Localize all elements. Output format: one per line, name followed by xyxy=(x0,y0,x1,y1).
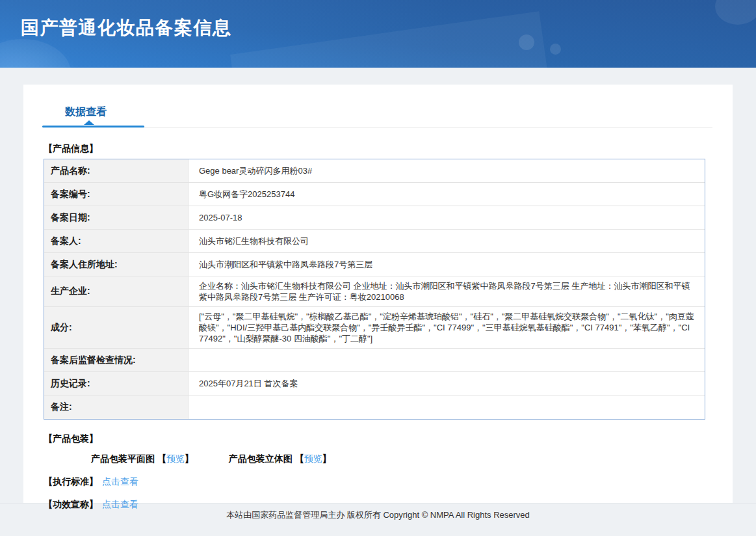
row-value: 2025年07月21日 首次备案 xyxy=(189,372,705,395)
row-registration-date: 备案日期: 2025-07-18 xyxy=(44,206,705,230)
footer-copyright-text: 本站由国家药品监督管理局主办 版权所有 Copyright © NMPA All… xyxy=(226,510,530,520)
row-value xyxy=(189,349,705,371)
page-banner: 国产普通化妆品备案信息 xyxy=(0,0,756,68)
row-label: 备案人: xyxy=(44,230,189,252)
standard-view-link[interactable]: 点击查看 xyxy=(102,476,138,487)
page-title: 国产普通化妆品备案信息 xyxy=(21,16,232,40)
efficacy-label: 【功效宣称】 xyxy=(44,499,98,511)
bracket-open: 【 xyxy=(157,453,166,464)
packaging-flat-preview-link[interactable]: 预览 xyxy=(166,453,185,464)
section-title-product-info: 【产品信息】 xyxy=(44,143,712,155)
row-label: 备案后监督检查情况: xyxy=(44,349,189,371)
tab-rule xyxy=(44,127,712,127)
packaging-stereo-item: 产品包装立体图 【预览】 xyxy=(229,453,332,465)
banner-decoration-shape xyxy=(230,11,550,68)
row-label: 备案日期: xyxy=(44,206,189,229)
packaging-row: 产品包装平面图 【预览】 产品包装立体图 【预览】 xyxy=(44,453,712,465)
row-supervision-check: 备案后监督检查情况: xyxy=(44,349,705,372)
bracket-close: 】 xyxy=(322,453,332,464)
tab-caret-icon xyxy=(84,120,94,125)
row-label: 备案编号: xyxy=(44,183,189,206)
packaging-stereo-preview-link[interactable]: 预览 xyxy=(304,453,322,464)
row-label: 生产企业: xyxy=(44,276,189,306)
packaging-stereo-label: 产品包装立体图 xyxy=(229,453,295,464)
bracket-open: 【 xyxy=(295,453,304,464)
row-label: 历史记录: xyxy=(44,372,189,395)
standard-row: 【执行标准】点击查看 xyxy=(44,476,712,488)
row-value: 企业名称：汕头市铭汇生物科技有限公司 企业地址：汕头市潮阳区和平镇紫中路凤皋路段… xyxy=(189,276,705,306)
tab-active-underline xyxy=(42,126,144,127)
banner-decoration-circle xyxy=(715,0,756,25)
row-registration-number: 备案编号: 粤G妆网备字2025253744 xyxy=(44,183,705,206)
row-value: 汕头市铭汇生物科技有限公司 xyxy=(189,230,705,252)
row-value: Gege bear灵动碎闪多用粉03# xyxy=(189,159,705,182)
row-label: 备注: xyxy=(44,395,189,419)
row-ingredients: 成分: ["云母"，"聚二甲基硅氧烷"，"棕榈酸乙基己酯"，"淀粉辛烯基琥珀酸铝… xyxy=(44,307,705,349)
row-value: 汕头市潮阳区和平镇紫中路凤皋路段7号第三层 xyxy=(189,253,705,276)
packaging-flat-label: 产品包装平面图 xyxy=(91,453,157,464)
row-registrant: 备案人: 汕头市铭汇生物科技有限公司 xyxy=(44,230,705,253)
row-label: 产品名称: xyxy=(44,159,189,182)
row-registrant-address: 备案人住所地址: 汕头市潮阳区和平镇紫中路凤皋路段7号第三层 xyxy=(44,253,705,276)
banner-decoration-circle xyxy=(550,44,561,55)
row-value: 2025-07-18 xyxy=(189,206,705,229)
product-info-table: 产品名称: Gege bear灵动碎闪多用粉03# 备案编号: 粤G妆网备字20… xyxy=(44,159,705,420)
banner-decoration-circle xyxy=(519,34,534,50)
efficacy-view-link[interactable]: 点击查看 xyxy=(102,499,138,509)
row-value: 粤G妆网备字2025253744 xyxy=(189,183,705,206)
row-value xyxy=(189,395,705,419)
standard-label: 【执行标准】 xyxy=(44,476,98,488)
row-value: ["云母"，"聚二甲基硅氧烷"，"棕榈酸乙基己酯"，"淀粉辛烯基琥珀酸铝"，"硅… xyxy=(189,307,705,348)
tab-bar: 数据查看 xyxy=(44,105,712,127)
row-product-name: 产品名称: Gege bear灵动碎闪多用粉03# xyxy=(44,159,705,183)
packaging-flat-item: 产品包装平面图 【预览】 xyxy=(91,453,194,465)
page-body: 数据查看 【产品信息】 产品名称: Gege bear灵动碎闪多用粉03# 备案… xyxy=(0,68,756,503)
row-remarks: 备注: xyxy=(44,395,705,419)
section-title-packaging: 【产品包装】 xyxy=(44,433,712,445)
row-label: 备案人住所地址: xyxy=(44,253,189,276)
row-label: 成分: xyxy=(44,307,189,348)
content-card: 数据查看 【产品信息】 产品名称: Gege bear灵动碎闪多用粉03# 备案… xyxy=(23,85,733,503)
banner-decoration-circle xyxy=(0,39,72,68)
row-manufacturer: 生产企业: 企业名称：汕头市铭汇生物科技有限公司 企业地址：汕头市潮阳区和平镇紫… xyxy=(44,276,705,307)
bracket-close: 】 xyxy=(185,453,194,464)
row-history: 历史记录: 2025年07月21日 首次备案 xyxy=(44,372,705,395)
